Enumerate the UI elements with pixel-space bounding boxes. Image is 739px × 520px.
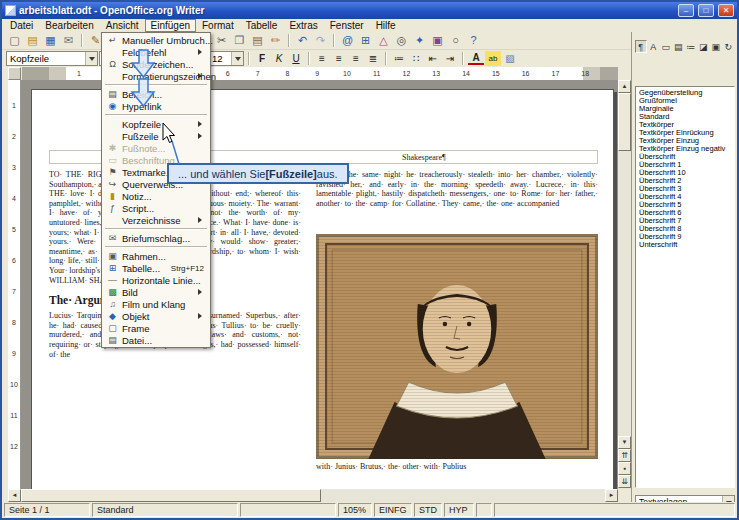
font-size-combo[interactable]: 12 bbox=[208, 51, 244, 66]
horizontal-scrollbar[interactable]: ◄ ► bbox=[8, 489, 618, 502]
combo-dropdown-arrow-icon[interactable] bbox=[231, 52, 243, 65]
next-page-button[interactable]: ⇊ bbox=[618, 475, 631, 488]
paragraph-style-combo[interactable]: Kopfzeile bbox=[6, 51, 98, 66]
redo-icon[interactable]: ↷ bbox=[312, 33, 329, 48]
align-justify-icon[interactable]: ≣ bbox=[365, 51, 381, 66]
draw-functions-icon[interactable]: △ bbox=[375, 33, 392, 48]
character-styles-icon[interactable]: A bbox=[648, 40, 660, 53]
fill-format-mode-icon[interactable]: ◪ bbox=[698, 40, 710, 53]
highlighting-icon[interactable]: ab bbox=[485, 51, 501, 66]
menu-format[interactable]: Format bbox=[196, 19, 240, 32]
menu-item-tabelle[interactable]: ⊞Tabelle...Strg+F12 bbox=[103, 262, 209, 274]
new-style-from-selection-icon[interactable]: ▣ bbox=[710, 40, 722, 53]
menu-item-notiz[interactable]: ▮Notiz... bbox=[103, 190, 209, 202]
menu-item-formatierungszeichen[interactable]: Formatierungszeichen bbox=[103, 70, 209, 82]
menu-tabelle[interactable]: Tabelle bbox=[240, 19, 284, 32]
callout-text: aus. bbox=[317, 168, 338, 180]
help-icon[interactable]: ? bbox=[465, 33, 482, 48]
menu-ansicht[interactable]: Ansicht bbox=[100, 19, 145, 32]
align-center-icon[interactable]: ≡ bbox=[331, 51, 347, 66]
bullet-list-icon[interactable]: ∷ bbox=[408, 51, 424, 66]
paste-icon[interactable]: ▤ bbox=[249, 33, 266, 48]
menu-item-frame[interactable]: ▢Frame bbox=[103, 322, 209, 334]
zoom-icon[interactable]: ○ bbox=[447, 33, 464, 48]
open-folder-icon[interactable]: ▤ bbox=[24, 33, 41, 48]
page-indicator[interactable]: Seite 1 / 1 bbox=[4, 503, 90, 517]
menu-item-feldbefehl[interactable]: Feldbefehl bbox=[103, 46, 209, 58]
menu-hilfe[interactable]: Hilfe bbox=[370, 19, 402, 32]
menu-item-rahmen[interactable]: ▣Rahmen... bbox=[103, 250, 209, 262]
navigation-button[interactable]: ● bbox=[618, 462, 631, 475]
menu-item-fusszeile[interactable]: Fußzeile bbox=[103, 130, 209, 142]
zoom-indicator[interactable]: 105% bbox=[338, 503, 372, 517]
undo-icon[interactable]: ↶ bbox=[294, 33, 311, 48]
menu-item-kopfzeile[interactable]: Kopfzeile bbox=[103, 118, 209, 130]
list-styles-icon[interactable]: ≔ bbox=[685, 40, 697, 53]
menu-item-script[interactable]: ƒScript... bbox=[103, 202, 209, 214]
minimize-button[interactable]: – bbox=[678, 4, 694, 17]
copy-icon[interactable]: ❐ bbox=[231, 33, 248, 48]
menu-item-objekt[interactable]: ◆Objekt bbox=[103, 310, 209, 322]
align-right-icon[interactable]: ≡ bbox=[348, 51, 364, 66]
menu-bearbeiten[interactable]: Bearbeiten bbox=[39, 19, 99, 32]
menu-item-manueller-umbruch[interactable]: ↵Manueller Umbruch... bbox=[103, 34, 209, 46]
scroll-down-icon[interactable]: ▼ bbox=[618, 436, 631, 449]
page-style-indicator[interactable]: Standard bbox=[92, 503, 238, 517]
cut-icon[interactable]: ✂ bbox=[213, 33, 230, 48]
italic-button[interactable]: K bbox=[271, 51, 287, 66]
menu-item-briefumschlag[interactable]: ✉Briefumschlag... bbox=[103, 232, 209, 244]
right-column[interactable]: latium.· The· same· night· he· treachero… bbox=[316, 170, 598, 472]
close-button[interactable]: ✕ bbox=[718, 4, 734, 17]
menu-item-horizontale-linie[interactable]: —Horizontale Linie... bbox=[103, 274, 209, 286]
email-icon[interactable]: ✉ bbox=[60, 33, 77, 48]
vertical-scrollbar[interactable]: ▲ ▼ ⇈ ● ⇊ bbox=[618, 80, 631, 489]
insert-mode-indicator[interactable]: EINFG bbox=[374, 503, 412, 517]
new-document-icon[interactable]: ▢ bbox=[6, 33, 23, 48]
paragraph-styles-icon[interactable]: ¶ bbox=[635, 40, 647, 53]
update-style-icon[interactable]: ↻ bbox=[723, 40, 735, 53]
navigator-icon[interactable]: ✦ bbox=[411, 33, 428, 48]
menu-item-sonderzeichen[interactable]: ΩSonderzeichen... bbox=[103, 58, 209, 70]
increase-indent-icon[interactable]: ⇥ bbox=[442, 51, 458, 66]
gallery-icon[interactable]: ▣ bbox=[429, 33, 446, 48]
titlebar[interactable]: arbeitsblatt.odt - OpenOffice.org Writer… bbox=[2, 2, 737, 19]
find-replace-icon[interactable]: ◎ bbox=[393, 33, 410, 48]
frame-styles-icon[interactable]: ▭ bbox=[660, 40, 672, 53]
format-paintbrush-icon[interactable]: ✏ bbox=[267, 33, 284, 48]
tab-stop-selector[interactable] bbox=[8, 67, 21, 80]
maximize-button[interactable]: □ bbox=[698, 4, 714, 17]
menu-datei[interactable]: Datei bbox=[4, 19, 39, 32]
hyperlink-icon[interactable]: @ bbox=[339, 33, 356, 48]
combo-dropdown-arrow-icon[interactable] bbox=[85, 52, 97, 65]
selection-mode-indicator[interactable]: STD bbox=[414, 503, 442, 517]
menu-fenster[interactable]: Fenster bbox=[324, 19, 370, 32]
scroll-right-icon[interactable]: ► bbox=[605, 489, 618, 502]
underline-button[interactable]: U bbox=[288, 51, 304, 66]
scroll-up-icon[interactable]: ▲ bbox=[618, 80, 631, 93]
page-styles-icon[interactable]: ▤ bbox=[673, 40, 685, 53]
menu-item-bereich[interactable]: ▤Bereich... bbox=[103, 88, 209, 100]
hyperlink-mode-indicator[interactable]: HYP bbox=[444, 503, 474, 517]
bold-button[interactable]: F bbox=[254, 51, 270, 66]
table-icon[interactable]: ⊞ bbox=[357, 33, 374, 48]
scroll-left-icon[interactable]: ◄ bbox=[8, 489, 21, 502]
save-icon[interactable]: ▦ bbox=[42, 33, 59, 48]
vertical-ruler[interactable]: 123456789101112 bbox=[8, 80, 21, 489]
menu-item-verzeichnisse[interactable]: Verzeichnisse bbox=[103, 214, 209, 226]
horizontal-scroll-thumb[interactable] bbox=[21, 489, 321, 502]
style-list-item[interactable]: Unterschrift bbox=[636, 241, 734, 249]
previous-page-button[interactable]: ⇈ bbox=[618, 449, 631, 462]
menu-item-datei[interactable]: ▤Datei... bbox=[103, 334, 209, 346]
menu-item-film-und-klang[interactable]: ♫Film und Klang bbox=[103, 298, 209, 310]
numbered-list-icon[interactable]: ≔ bbox=[391, 51, 407, 66]
menu-extras[interactable]: Extras bbox=[283, 19, 323, 32]
vertical-scroll-thumb[interactable] bbox=[618, 93, 631, 151]
shakespeare-portrait-image[interactable] bbox=[316, 234, 598, 459]
menu-item-hyperlink[interactable]: ◉Hyperlink bbox=[103, 100, 209, 112]
font-color-icon[interactable]: A bbox=[468, 52, 484, 65]
align-left-icon[interactable]: ≡ bbox=[314, 51, 330, 66]
decrease-indent-icon[interactable]: ⇤ bbox=[425, 51, 441, 66]
menu-item-bild[interactable]: ▩Bild bbox=[103, 286, 209, 298]
background-color-icon[interactable]: ▧ bbox=[502, 51, 518, 66]
menu-einfuegen[interactable]: Einfügen bbox=[145, 19, 196, 32]
